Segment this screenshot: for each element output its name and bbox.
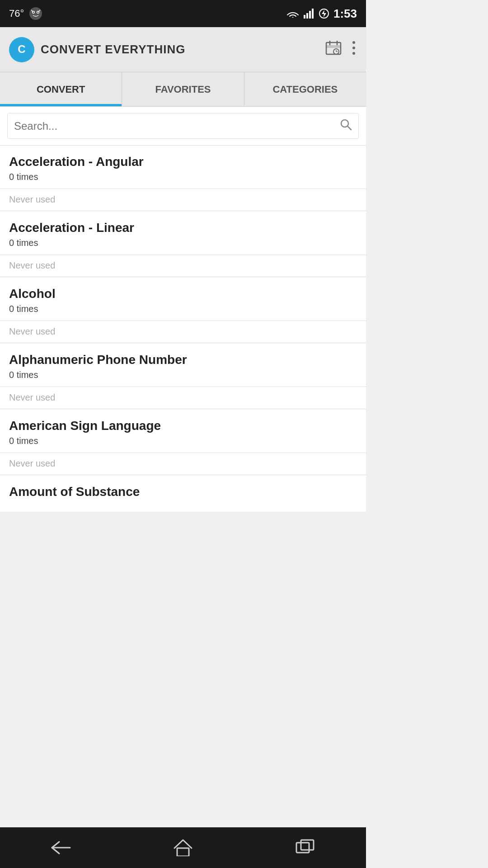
search-icon[interactable]: [339, 118, 352, 134]
item-count: 0 times: [9, 436, 357, 446]
wifi-icon: [286, 9, 299, 19]
list-item[interactable]: Acceleration - Linear 0 times Never used: [0, 212, 366, 276]
svg-text:C: C: [18, 43, 25, 55]
item-title: Acceleration - Angular: [9, 155, 357, 169]
list-item[interactable]: Alcohol 0 times Never used: [0, 278, 366, 342]
temperature-display: 76°: [9, 8, 24, 19]
item-title: Acceleration - Linear: [9, 221, 357, 235]
item-title: Alphanumeric Phone Number: [9, 353, 357, 367]
app-header: C CONVERT EVERYTHING: [0, 27, 366, 72]
item-count: 0 times: [9, 172, 357, 182]
search-container: [0, 107, 366, 146]
svg-rect-9: [309, 11, 311, 19]
item-last-used: Never used: [9, 387, 357, 408]
overflow-menu-icon[interactable]: [351, 40, 357, 59]
item-title: Amount of Substance: [9, 485, 357, 499]
svg-point-0: [29, 7, 42, 20]
svg-rect-10: [312, 9, 314, 19]
svg-rect-28: [177, 848, 189, 856]
item-title: American Sign Language: [9, 419, 357, 433]
app-title: CONVERT EVERYTHING: [41, 42, 185, 57]
tab-convert[interactable]: CONVERT: [0, 72, 122, 106]
mascot-icon: [28, 6, 43, 21]
logo-c-icon: C: [13, 41, 30, 58]
tab-categories[interactable]: CATEGORIES: [244, 72, 366, 106]
item-count: 0 times: [9, 370, 357, 380]
svg-rect-29: [296, 843, 309, 853]
signal-icon: [304, 9, 314, 19]
item-last-used: Never used: [9, 321, 357, 342]
flash-icon: [319, 9, 329, 19]
app-logo: C CONVERT EVERYTHING: [9, 37, 185, 62]
header-actions: [325, 40, 357, 59]
search-input-wrapper[interactable]: [7, 113, 359, 139]
recents-button[interactable]: [287, 830, 323, 866]
calendar-icon[interactable]: [325, 40, 342, 59]
conversion-list: Acceleration - Angular 0 times Never use…: [0, 146, 366, 513]
list-item[interactable]: American Sign Language 0 times Never use…: [0, 410, 366, 474]
item-title: Alcohol: [9, 287, 357, 301]
status-right: 1:53: [286, 7, 357, 21]
item-count: 0 times: [9, 238, 357, 248]
svg-point-22: [352, 41, 355, 44]
search-input[interactable]: [14, 120, 339, 132]
status-bar: 76° 1:53: [0, 0, 366, 27]
svg-marker-12: [322, 10, 326, 17]
svg-point-23: [352, 47, 355, 49]
list-item[interactable]: Amount of Substance: [0, 476, 366, 512]
time-display: 1:53: [333, 7, 357, 21]
item-last-used: Never used: [9, 255, 357, 276]
svg-rect-30: [301, 840, 314, 850]
tab-favorites[interactable]: FAVORITES: [122, 72, 244, 106]
list-item[interactable]: Alphanumeric Phone Number 0 times Never …: [0, 344, 366, 408]
svg-rect-7: [304, 15, 305, 19]
svg-point-24: [352, 52, 355, 55]
tab-bar: CONVERT FAVORITES CATEGORIES: [0, 72, 366, 107]
list-item[interactable]: Acceleration - Angular 0 times Never use…: [0, 146, 366, 210]
status-left: 76°: [9, 6, 43, 21]
svg-rect-8: [306, 13, 308, 19]
svg-rect-16: [326, 45, 341, 48]
home-button[interactable]: [165, 830, 201, 866]
item-count: 0 times: [9, 304, 357, 314]
logo-icon: C: [9, 37, 34, 62]
svg-line-26: [347, 126, 351, 130]
bottom-navigation: [0, 827, 366, 868]
item-last-used: Never used: [9, 453, 357, 474]
back-button[interactable]: [43, 830, 79, 866]
item-last-used: Never used: [9, 189, 357, 210]
